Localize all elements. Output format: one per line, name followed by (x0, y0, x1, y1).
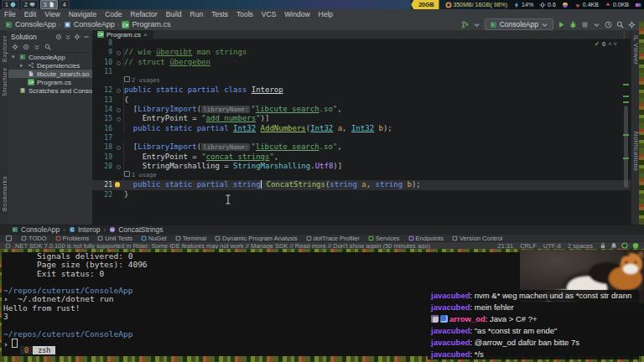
search-icon[interactable] (44, 44, 51, 50)
code-line-10[interactable]: 10// struct übergeben (92, 58, 631, 67)
code-line-17[interactable]: 17 (92, 133, 631, 142)
code-line-16[interactable]: 16 public static partial Int32 AddNumber… (92, 124, 631, 133)
debug-button[interactable] (569, 21, 577, 28)
usages-inlay-hint[interactable]: 2 usages (123, 76, 160, 85)
line-number[interactable]: 11 (92, 67, 112, 76)
tree-item-dependencies[interactable]: ▸Dependencies (8, 61, 92, 70)
gear-icon[interactable] (74, 34, 80, 40)
breadcrumb-item[interactable]: ConsoleApp (64, 20, 115, 28)
okc-icon[interactable] (621, 242, 628, 249)
stat-segment-1[interactable]: 14% (513, 2, 533, 8)
stat-segment-2[interactable]: 0.6 (539, 2, 556, 8)
breadcrumb-item[interactable]: C#Program.cs (122, 20, 170, 28)
line-number[interactable]: 22 (92, 190, 112, 199)
line-number[interactable]: 10 (92, 58, 112, 67)
menu-navigate[interactable]: Navigate (65, 10, 101, 18)
menu-view[interactable]: View (40, 10, 64, 18)
code-line-14[interactable]: 14 [LibraryImport(libraryName:"libcute_s… (92, 105, 631, 114)
settings-button[interactable] (628, 21, 636, 28)
collapse-icon[interactable] (34, 44, 40, 50)
line-number[interactable]: 13 (92, 96, 112, 105)
line-number[interactable]: 9 (92, 48, 112, 57)
chev-icon[interactable] (473, 21, 480, 28)
minus-icon[interactable] (83, 34, 90, 40)
search-everywhere-button[interactable] (616, 21, 624, 28)
code-line-9[interactable]: 9// wie übergibt man strings (92, 48, 631, 57)
fold-marker-icon[interactable] (117, 61, 121, 65)
target-icon[interactable] (23, 44, 29, 50)
run-configuration-select[interactable]: ConsoleApp (485, 18, 553, 30)
code-line-12[interactable]: 12public static partial class Interop (92, 85, 631, 95)
profiler-button[interactable] (605, 21, 612, 28)
tab-overflow-icon[interactable]: ⋮ (621, 31, 627, 39)
line-number[interactable]: 18 (92, 142, 112, 152)
line-number[interactable]: 14 (92, 105, 112, 114)
code-line-18[interactable]: 18 [LibraryImport(libraryName:"libcute_s… (92, 142, 631, 152)
fold-marker-icon[interactable] (117, 108, 121, 112)
toolwindow-tab-explorer[interactable]: Explorer (1, 35, 8, 62)
toolwindow-tab-bookmarks[interactable]: Bookmarks (1, 176, 8, 211)
workspace-3[interactable]: 3 (40, 0, 58, 9)
code-line-21[interactable]: 21 public static partial string ConcatSt… (92, 180, 631, 189)
code-line-15[interactable]: 15 EntryPoint = "add_numbers")] (92, 114, 631, 123)
target-icon[interactable] (55, 34, 62, 40)
branch-icon[interactable] (461, 21, 469, 28)
stat-segment-0[interactable]: 350MB/ 16GB( 98%) (445, 2, 508, 8)
tab-program-cs[interactable]: C# Program.cs × (92, 30, 153, 39)
fold-marker-icon[interactable] (117, 165, 121, 169)
breadcrumb-item[interactable]: ConsoleApp (12, 225, 60, 234)
usages-inlay-hint[interactable]: 1 usage (123, 171, 157, 180)
shield-icon[interactable] (632, 242, 639, 249)
scrollbar-thumb[interactable] (624, 106, 628, 188)
menu-edit[interactable]: Edit (20, 10, 41, 18)
breadcrumb-item[interactable]: mConcatStrings (109, 225, 163, 234)
fold-marker-icon[interactable] (117, 146, 121, 150)
tree-item-program-cs[interactable]: C#Program.cs (8, 78, 92, 86)
tree-item-libcute-search-so[interactable]: libcute_search.so (8, 70, 92, 78)
workspace-4[interactable]: 4 (60, 0, 70, 9)
stop-button[interactable] (581, 21, 589, 28)
code-editor[interactable]: C# Program.cs × ⋮ ✓ 6 ˄ ˅ 89// wie überg… (92, 30, 631, 225)
tree-item-consoleapp[interactable]: ▾ConsoleApp (8, 53, 92, 61)
stat-segment-4[interactable]: 0.4KB (574, 2, 599, 8)
lock-icon[interactable] (600, 242, 606, 249)
code-line-20[interactable]: 20 StringMarshalling = StringMarshalling… (92, 162, 631, 171)
chevron-down-icon[interactable]: ▾ (12, 54, 17, 60)
more-run-options[interactable] (593, 21, 600, 28)
menu-file[interactable]: File (0, 10, 20, 18)
code-area[interactable]: 89// wie übergibt man strings10// struct… (92, 39, 631, 225)
tree-item-scratches-and-consoles[interactable]: Scratches and Consoles (8, 86, 92, 95)
line-number[interactable]: 16 (92, 124, 112, 133)
menu-refactor[interactable]: Refactor (127, 10, 162, 18)
line-number[interactable]: 21 (92, 180, 112, 189)
close-tab-icon[interactable]: × (143, 31, 148, 39)
quickfix-lightbulb-icon[interactable] (115, 182, 120, 187)
fold-marker-icon[interactable] (117, 117, 121, 122)
bell-icon[interactable] (610, 242, 617, 249)
menu-tests[interactable]: Tests (207, 10, 232, 18)
menu-window[interactable]: Window (280, 10, 314, 18)
fold-marker-icon[interactable] (117, 89, 121, 93)
line-number[interactable]: 19 (92, 153, 112, 162)
stat-segment-6[interactable] (635, 2, 641, 8)
breadcrumb-item[interactable]: CInterop (69, 225, 100, 234)
gear-icon[interactable] (12, 44, 18, 50)
collapse-icon[interactable] (65, 34, 71, 40)
disk-usage-chip[interactable]: 20GB (411, 0, 439, 9)
prev-next-icons[interactable]: ˄ ˅ (608, 40, 617, 48)
menu-help[interactable]: Help (314, 10, 337, 18)
workspace-2[interactable]: 2 (21, 0, 39, 9)
menu-vcs[interactable]: VCS (257, 10, 280, 18)
run-button[interactable] (558, 21, 565, 28)
code-line-13[interactable]: 13{ (92, 96, 631, 105)
code-line-11[interactable]: 11 (92, 67, 631, 76)
line-number[interactable]: 17 (92, 133, 112, 142)
workspace-1[interactable]: 1 (2, 0, 19, 9)
toolwindow-tab-structure[interactable]: Structure (1, 67, 8, 96)
chevron-right-icon[interactable]: ▸ (20, 62, 25, 69)
stat-segment-3[interactable] (562, 2, 569, 8)
editor-scrollbar[interactable] (623, 40, 629, 221)
menu-tools[interactable]: Tools (232, 10, 257, 18)
code-line-19[interactable]: 19 EntryPoint = "concat_strings", (92, 153, 631, 162)
line-number[interactable]: 12 (92, 85, 112, 95)
